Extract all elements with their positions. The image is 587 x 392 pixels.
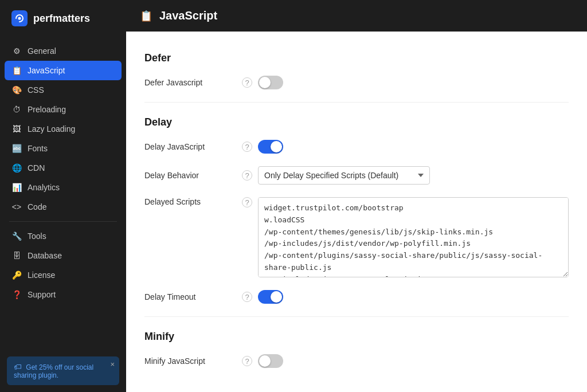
main-content: 📋 JavaScript DeferDefer Javascript?Delay… xyxy=(126,0,587,392)
toggle-defer-js[interactable] xyxy=(258,76,283,89)
toggle-track-minify-js[interactable] xyxy=(258,354,283,368)
promo-icon: 🏷 xyxy=(14,362,22,371)
tools-icon: 🔧 xyxy=(11,232,22,241)
setting-label-minify-js: Minify JavaScript xyxy=(144,356,236,366)
support-icon: ❓ xyxy=(11,290,22,299)
sidebar-label-database: Database xyxy=(28,251,62,260)
analytics-icon: 📊 xyxy=(11,183,22,192)
sidebar-promo: × 🏷 Get 25% off our social sharing plugi… xyxy=(7,356,119,385)
toggle-track-delay-js[interactable] xyxy=(258,140,283,154)
preloading-icon: ⏱ xyxy=(11,105,22,114)
header-icon: 📋 xyxy=(140,10,152,22)
sidebar-label-tools: Tools xyxy=(28,232,46,241)
section-title-minify: Minify xyxy=(144,331,569,343)
content-area: DeferDefer Javascript?DelayDelay JavaScr… xyxy=(126,32,587,392)
license-icon: 🔑 xyxy=(11,271,22,280)
toggle-delay-timeout[interactable] xyxy=(258,290,283,304)
general-icon: ⚙ xyxy=(11,46,22,56)
database-icon: 🗄 xyxy=(11,251,22,260)
help-icon-defer-js[interactable]: ? xyxy=(242,77,252,88)
page-header: 📋 JavaScript xyxy=(126,0,587,32)
sidebar-label-support: Support xyxy=(28,290,56,299)
setting-row-delay-behavior: Delay Behavior?Only Delay Specified Scri… xyxy=(144,166,569,185)
toggle-minify-js[interactable] xyxy=(258,354,283,368)
javascript-icon: 📋 xyxy=(11,66,22,75)
sidebar-label-javascript: JavaScript xyxy=(28,66,65,75)
sidebar-item-cdn[interactable]: 🌐CDN xyxy=(0,158,126,178)
sidebar-label-license: License xyxy=(28,271,55,280)
select-delay-behavior[interactable]: Only Delay Specified Scripts (Default) xyxy=(258,166,430,185)
sidebar-label-lazy-loading: Lazy Loading xyxy=(28,124,75,134)
promo-text: Get 25% off our social sharing plugin. xyxy=(14,363,93,379)
sidebar-item-fonts[interactable]: 🔤Fonts xyxy=(0,139,126,158)
sidebar-label-general: General xyxy=(28,46,56,56)
page-title: JavaScript xyxy=(159,9,217,22)
toggle-track-delay-timeout[interactable] xyxy=(258,290,283,304)
setting-label-delay-behavior: Delay Behavior xyxy=(144,171,236,180)
toggle-track-defer-js[interactable] xyxy=(258,76,283,89)
sidebar-item-css[interactable]: 🎨CSS xyxy=(0,80,126,100)
sidebar-label-preloading: Preloading xyxy=(28,105,66,114)
sidebar-item-javascript[interactable]: 📋JavaScript xyxy=(5,61,122,80)
sidebar-item-database[interactable]: 🗄Database xyxy=(0,246,126,265)
setting-label-delay-timeout: Delay Timeout xyxy=(144,292,236,301)
sidebar-item-support[interactable]: ❓Support xyxy=(0,285,126,304)
toggle-thumb-defer-js xyxy=(259,77,271,88)
toggle-thumb-minify-js xyxy=(259,355,271,367)
toggle-delay-js[interactable] xyxy=(258,140,283,154)
section-divider-delay xyxy=(144,102,569,103)
setting-label-delayed-scripts: Delayed Scripts xyxy=(144,197,236,206)
setting-label-defer-js: Defer Javascript xyxy=(144,78,236,87)
code-icon: <> xyxy=(11,202,22,211)
sidebar-item-analytics[interactable]: 📊Analytics xyxy=(0,178,126,197)
setting-row-defer-js: Defer Javascript? xyxy=(144,76,569,89)
sidebar-item-general[interactable]: ⚙General xyxy=(0,41,126,61)
help-icon-delay-behavior[interactable]: ? xyxy=(242,170,252,181)
sidebar-item-preloading[interactable]: ⏱Preloading xyxy=(0,100,126,119)
help-icon-delay-js[interactable]: ? xyxy=(242,142,252,152)
textarea-delayed-scripts[interactable] xyxy=(258,197,569,277)
sidebar-item-lazy-loading[interactable]: 🖼Lazy Loading xyxy=(0,119,126,139)
help-icon-delayed-scripts[interactable]: ? xyxy=(242,197,252,207)
logo[interactable]: perfmatters xyxy=(0,0,126,37)
setting-row-minify-js: Minify JavaScript? xyxy=(144,354,569,368)
sidebar-label-fonts: Fonts xyxy=(28,144,48,153)
help-icon-delay-timeout[interactable]: ? xyxy=(242,292,252,302)
toggle-thumb-delay-timeout xyxy=(271,291,282,303)
sidebar: perfmatters ⚙General📋JavaScript🎨CSS⏱Prel… xyxy=(0,0,126,392)
sidebar-label-cdn: CDN xyxy=(28,163,45,173)
cdn-icon: 🌐 xyxy=(11,163,22,173)
sidebar-nav: ⚙General📋JavaScript🎨CSS⏱Preloading🖼Lazy … xyxy=(0,37,126,350)
fonts-icon: 🔤 xyxy=(11,144,22,153)
nav-divider xyxy=(9,221,117,222)
toggle-thumb-delay-js xyxy=(271,141,282,152)
section-divider-minify xyxy=(144,316,569,317)
css-icon: 🎨 xyxy=(11,85,22,95)
logo-text: perfmatters xyxy=(33,13,90,25)
setting-label-delay-js: Delay JavaScript xyxy=(144,142,236,151)
promo-close-button[interactable]: × xyxy=(110,360,115,369)
sidebar-label-css: CSS xyxy=(28,85,44,95)
sidebar-item-tools[interactable]: 🔧Tools xyxy=(0,226,126,246)
lazy-loading-icon: 🖼 xyxy=(11,124,22,134)
setting-row-delay-timeout: Delay Timeout? xyxy=(144,290,569,304)
setting-row-delayed-scripts: Delayed Scripts? xyxy=(144,197,569,277)
section-title-defer: Defer xyxy=(144,52,569,64)
sidebar-item-code[interactable]: <>Code xyxy=(0,197,126,217)
sidebar-label-code: Code xyxy=(28,202,46,211)
sidebar-item-license[interactable]: 🔑License xyxy=(0,265,126,285)
setting-row-delay-js: Delay JavaScript? xyxy=(144,140,569,154)
help-icon-minify-js[interactable]: ? xyxy=(242,356,252,366)
svg-point-1 xyxy=(18,17,21,20)
section-title-delay: Delay xyxy=(144,116,569,128)
sidebar-label-analytics: Analytics xyxy=(28,183,60,192)
